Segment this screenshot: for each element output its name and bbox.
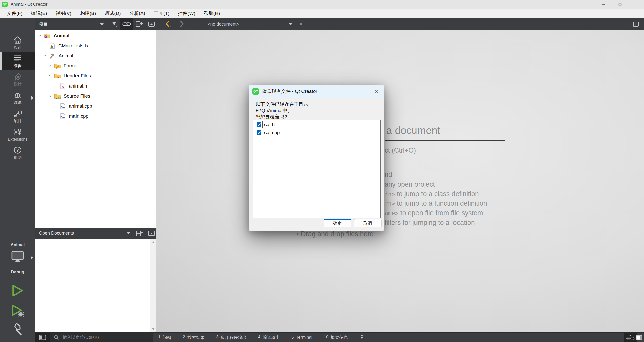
file-name: cat.cpp <box>264 129 280 136</box>
open-documents-title[interactable]: Open Documents <box>39 228 74 239</box>
menu-file[interactable]: 文件(F) <box>3 9 27 18</box>
dialog-title: 覆盖现有文件 - Qt Creator <box>262 85 317 98</box>
debug-flyout-arrow-icon[interactable] <box>31 96 34 100</box>
mode-welcome[interactable]: 欢迎 <box>0 34 35 52</box>
project-pane-title[interactable]: 项目 <box>39 18 48 30</box>
locator-input[interactable]: 输入以定位(Ctrl+K) <box>50 333 153 342</box>
toggle-left-sidebar-button[interactable] <box>35 333 50 342</box>
menu-debug[interactable]: 调试(D) <box>100 9 125 18</box>
scroll-down-icon[interactable] <box>152 328 155 330</box>
tree-row-project-animal[interactable]: Animal <box>35 31 156 41</box>
tree-row-forms[interactable]: Forms <box>35 61 156 71</box>
filter-button[interactable] <box>110 18 120 30</box>
ok-button[interactable]: 确定 <box>324 219 351 227</box>
file-list-item[interactable]: cat.h <box>253 121 380 129</box>
tree-row-animal-cpp[interactable]: C++ animal.cpp <box>35 101 156 111</box>
chevron-right-icon[interactable] <box>48 64 52 68</box>
kit-selector-button[interactable] <box>11 251 24 264</box>
tree-row-target-animal[interactable]: Animal <box>35 51 156 61</box>
tree-row-cmakelists[interactable]: CMakeLists.txt <box>35 41 156 51</box>
close-icon <box>634 3 638 6</box>
run-button[interactable] <box>11 284 24 298</box>
minimize-button[interactable] <box>596 0 612 9</box>
scroll-up-icon[interactable] <box>152 241 155 243</box>
chevron-down-icon[interactable] <box>48 94 52 98</box>
nav-back-button[interactable] <box>162 18 173 30</box>
mode-edit[interactable]: 编辑 <box>0 52 35 70</box>
collapse-pane-down-icon <box>148 230 155 236</box>
split-editor-button[interactable] <box>631 18 642 30</box>
pane-dropdown-arrow-icon[interactable] <box>127 232 130 234</box>
svg-text:C++: C++ <box>60 106 65 109</box>
output-pane-application-output[interactable]: 3应用程序输出 <box>216 335 246 340</box>
cancel-button[interactable]: 取消 <box>354 219 382 227</box>
left-panel-toggle-icon <box>39 335 46 340</box>
output-pane-search-results[interactable]: 2搜索结果 <box>183 335 204 340</box>
menu-view[interactable]: 视图(V) <box>51 9 76 18</box>
placeholder-line: nd <box>385 170 392 178</box>
cpp-file-icon: C++ <box>59 103 65 109</box>
tree-row-main-cpp[interactable]: C++ main.cpp <box>35 111 156 121</box>
checkbox-checked-icon[interactable] <box>257 130 261 135</box>
build-button[interactable] <box>11 323 24 337</box>
menu-help[interactable]: 帮助(H) <box>200 9 224 18</box>
close-pane-button[interactable] <box>146 228 157 239</box>
filter-funnel-icon <box>111 21 118 27</box>
close-button[interactable] <box>628 0 644 9</box>
dialog-message-line: 以下文件已经存在于目录 <box>256 101 308 107</box>
close-document-icon[interactable]: ✕ <box>299 18 303 30</box>
mode-extensions[interactable]: Extensions <box>0 125 35 144</box>
chevron-down-icon[interactable] <box>48 74 52 78</box>
menu-tools[interactable]: 工具(T) <box>149 9 174 18</box>
dialog-title-bar[interactable]: QC 覆盖现有文件 - Qt Creator <box>249 85 384 98</box>
tree-row-source-files[interactable]: C++ Source Files <box>35 91 156 101</box>
document-dropdown-arrow-icon[interactable] <box>289 23 292 25</box>
file-list-item[interactable]: cat.cpp <box>253 129 380 136</box>
menu-build[interactable]: 构建(B) <box>76 9 100 18</box>
split-pane-button[interactable] <box>134 18 145 30</box>
synchronize-with-editor-button[interactable] <box>120 18 133 30</box>
chevron-down-icon[interactable] <box>43 54 47 58</box>
scrollbar[interactable] <box>150 239 156 332</box>
mode-sidebar: 欢迎 编辑 设计 <box>0 18 35 342</box>
chevron-down-icon[interactable] <box>38 34 41 37</box>
toggle-right-sidebar-button[interactable] <box>636 335 643 341</box>
forms-folder-icon <box>54 63 61 69</box>
separator <box>133 230 133 237</box>
output-pane-compile-output[interactable]: 4编译输出 <box>258 335 280 340</box>
dialog-close-button[interactable] <box>373 88 381 95</box>
document-selector[interactable]: <no document> <box>208 18 239 30</box>
window-title: Animal - Qt Creator <box>11 0 47 9</box>
menu-edit[interactable]: 编辑(E) <box>27 9 51 18</box>
close-pane-button[interactable] <box>146 18 157 30</box>
mode-debug[interactable]: 调试 <box>0 89 35 107</box>
arrow-up-icon <box>629 335 632 336</box>
title-bar: QC Animal - Qt Creator <box>0 0 644 9</box>
mode-projects[interactable]: 项目 <box>0 107 35 125</box>
kit-flyout-arrow-icon[interactable] <box>31 256 33 259</box>
nav-forward-button[interactable] <box>176 18 187 30</box>
placeholder-heading: a document <box>386 124 440 136</box>
tree-row-header-files[interactable]: h Header Files <box>35 71 156 81</box>
split-pane-button[interactable] <box>134 228 145 239</box>
menu-analyze[interactable]: 分析(A) <box>125 9 149 18</box>
output-pane-terminal[interactable]: 5Terminal <box>291 335 312 340</box>
output-pane-updown-button[interactable] <box>360 335 363 339</box>
tree-label: animal.cpp <box>69 101 92 111</box>
mode-help[interactable]: ? 帮助 <box>0 144 35 162</box>
build-hammer-icon <box>11 323 24 336</box>
window-controls <box>596 0 644 9</box>
debug-run-button[interactable] <box>11 304 24 318</box>
menu-widgets[interactable]: 控件(W) <box>174 9 200 18</box>
maximize-button[interactable] <box>612 0 628 9</box>
pane-dropdown-arrow-icon[interactable] <box>100 23 104 25</box>
output-pane-summary[interactable]: 10概要信息 <box>324 335 348 340</box>
qt-creator-window: QC Animal - Qt Creator 文件(F) 编辑(E) 视图(V)… <box>0 0 644 342</box>
file-name: cat.h <box>264 121 275 129</box>
output-pane-issues[interactable]: 1问题 <box>158 335 171 340</box>
placeholder-line: any open project <box>385 181 435 188</box>
build-progress-button[interactable] <box>624 333 637 342</box>
mode-label: 帮助 <box>14 155 22 160</box>
tree-row-animal-h[interactable]: h animal.h <box>35 81 156 91</box>
checkbox-checked-icon[interactable] <box>257 122 261 127</box>
